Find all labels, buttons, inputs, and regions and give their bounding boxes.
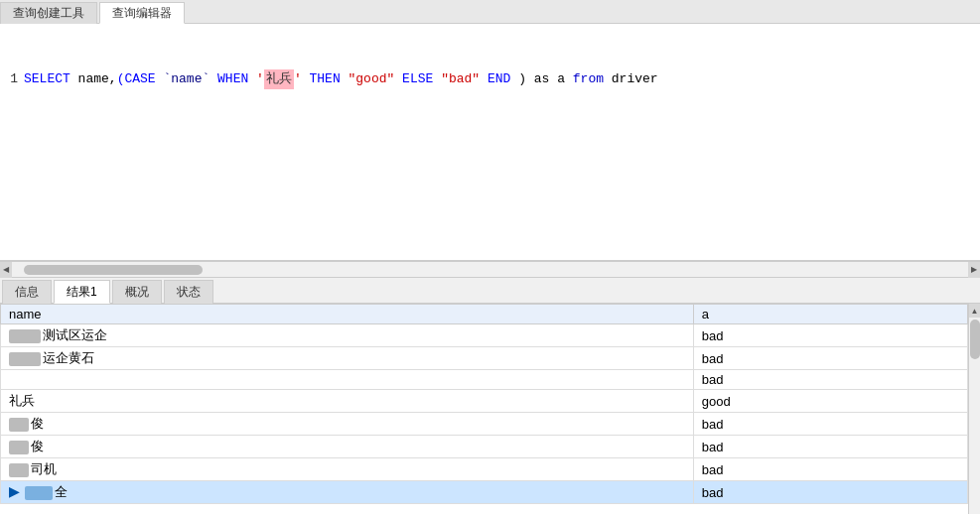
- tab-query-builder[interactable]: 查询创建工具: [0, 2, 97, 24]
- table-row[interactable]: 司机 bad: [1, 458, 968, 481]
- sql-blurred-value: 礼兵: [264, 69, 294, 89]
- scroll-right-arrow[interactable]: ▶: [968, 262, 980, 278]
- sql-quote-open: ': [256, 69, 264, 89]
- sql-select: SELECT: [24, 69, 70, 89]
- sql-case: (CASE: [117, 69, 164, 89]
- sql-from: from: [573, 69, 604, 89]
- sql-rest: ) as a: [510, 69, 572, 89]
- results-table: name a 测试区运企 bad: [0, 304, 968, 504]
- cell-a: bad: [693, 347, 967, 370]
- tab-query-builder-label: 查询创建工具: [13, 5, 84, 22]
- tab-query-editor-label: 查询编辑器: [112, 5, 172, 22]
- cell-a: bad: [693, 413, 967, 436]
- blurred-cell: [9, 463, 29, 477]
- sql-editor[interactable]: 1 SELECT name, (CASE `name` WHEN '礼兵' TH…: [0, 24, 980, 262]
- sql-name-col: name,: [70, 69, 117, 89]
- result-tab-bar: 信息 结果1 概况 状态: [0, 278, 980, 304]
- cell-name: 礼兵: [1, 390, 694, 413]
- tab-result1-label: 结果1: [67, 284, 97, 301]
- cell-name: [1, 370, 694, 390]
- sql-quote-close: ': [294, 69, 302, 89]
- results-table-container[interactable]: name a 测试区运企 bad: [0, 304, 968, 514]
- sql-backtick-name: `name`: [163, 69, 210, 89]
- editor-content: 1 SELECT name, (CASE `name` WHEN '礼兵' TH…: [0, 24, 980, 135]
- table-row[interactable]: bad: [1, 370, 968, 390]
- scroll-up-arrow[interactable]: ▲: [969, 304, 981, 318]
- tab-result1[interactable]: 结果1: [54, 280, 110, 304]
- blurred-cell-blue: [25, 486, 53, 500]
- tab-status-label: 状态: [177, 284, 201, 301]
- cell-name: 俊: [1, 436, 694, 458]
- tab-overview[interactable]: 概况: [112, 280, 162, 304]
- cell-name: 测试区运企: [1, 324, 694, 347]
- table-body: 测试区运企 bad 运企黄石 bad: [1, 324, 968, 504]
- sql-end: END: [480, 69, 510, 89]
- v-scrollbar-thumb[interactable]: [970, 320, 980, 359]
- tab-info-label: 信息: [15, 284, 39, 301]
- cell-a: bad: [693, 481, 967, 504]
- cell-a: bad: [693, 324, 967, 347]
- sql-bad: "bad": [441, 69, 480, 89]
- cell-name: 司机: [1, 458, 694, 481]
- row-arrow-icon: ▶: [9, 484, 21, 499]
- results-row: name a 测试区运企 bad: [0, 304, 980, 514]
- top-tab-bar: 查询创建工具 查询编辑器: [0, 0, 980, 24]
- table-row[interactable]: 礼兵 good: [1, 390, 968, 413]
- line-number: 1: [0, 69, 24, 89]
- cell-a: good: [693, 390, 967, 413]
- results-panel: 信息 结果1 概况 状态 name a: [0, 278, 980, 514]
- blurred-cell: [9, 441, 29, 454]
- table-row-selected[interactable]: ▶ 全 bad: [1, 481, 968, 504]
- sql-else: ELSE: [394, 69, 441, 89]
- tab-query-editor[interactable]: 查询编辑器: [99, 2, 185, 24]
- table-row[interactable]: 运企黄石 bad: [1, 347, 968, 370]
- cell-a: bad: [693, 370, 967, 390]
- sql-good: "good": [349, 69, 395, 89]
- vertical-scrollbar[interactable]: ▲: [968, 304, 980, 514]
- main-container: 1 SELECT name, (CASE `name` WHEN '礼兵' TH…: [0, 24, 980, 514]
- cell-a: bad: [693, 458, 967, 481]
- tab-overview-label: 概况: [125, 284, 149, 301]
- col-a: a: [693, 305, 967, 324]
- table-row[interactable]: 俊 bad: [1, 436, 968, 458]
- sql-line-1: 1 SELECT name, (CASE `name` WHEN '礼兵' TH…: [0, 69, 980, 89]
- blurred-cell: [9, 352, 41, 366]
- cell-name: 运企黄石: [1, 347, 694, 370]
- tab-status[interactable]: 状态: [164, 280, 213, 304]
- table-row[interactable]: 俊 bad: [1, 413, 968, 436]
- table-row[interactable]: 测试区运企 bad: [1, 324, 968, 347]
- col-name: name: [1, 305, 694, 324]
- sql-table: driver: [604, 69, 658, 89]
- cell-name: ▶ 全: [1, 481, 694, 504]
- sql-when: WHEN: [210, 69, 256, 89]
- blurred-cell: [9, 418, 29, 432]
- horizontal-scrollbar[interactable]: ◀ ▶: [0, 262, 980, 278]
- tab-info[interactable]: 信息: [2, 280, 52, 304]
- cell-name: 俊: [1, 413, 694, 436]
- scrollbar-track[interactable]: [24, 265, 956, 275]
- scroll-left-arrow[interactable]: ◀: [0, 262, 12, 278]
- cell-a: bad: [693, 436, 967, 458]
- scrollbar-thumb[interactable]: [24, 265, 203, 275]
- blurred-cell: [9, 329, 41, 343]
- sql-then: THEN: [302, 69, 349, 89]
- table-header: name a: [1, 305, 968, 324]
